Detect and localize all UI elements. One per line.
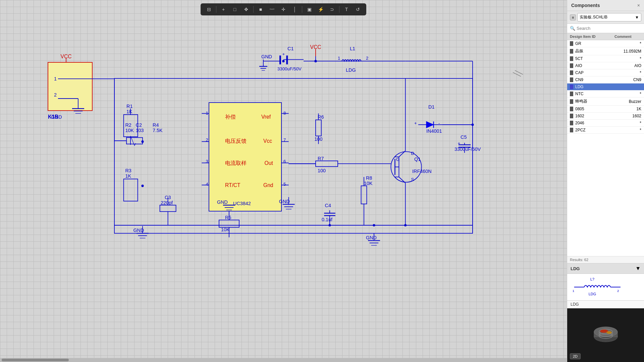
component-id-label: 晶振 [575,48,614,54]
toolbar-highlight-btn[interactable]: ■ [256,5,265,14]
toolbar-filter-btn[interactable]: ⊟ [205,5,213,14]
component-color-indicator [570,114,573,118]
component-id-label: 5CT [575,56,614,61]
svg-point-173 [404,224,407,226]
svg-text:7.5K: 7.5K [153,128,163,133]
ldg-section-header[interactable]: LDG ▼ [567,263,644,274]
svg-text:C1: C1 [287,46,293,51]
list-item[interactable]: 晶振11.0592M [567,47,644,55]
list-item[interactable]: 蜂鸣器Buzzer [567,98,644,106]
svg-point-174 [141,140,144,143]
svg-text:Out: Out [265,160,273,166]
component-id-label: 2046 [575,121,614,125]
svg-text:Q1: Q1 [414,157,421,162]
component-comment-label: * [614,92,641,96]
list-item[interactable]: 16021602 [567,113,644,120]
list-item[interactable]: LDG [567,83,644,90]
component-color-indicator [570,121,573,125]
component-id-label: GR [575,41,614,46]
list-item[interactable]: 2046* [567,120,644,127]
svg-text:Vref: Vref [261,114,271,120]
component-comment-label: * [614,41,641,46]
component-id-label: 2PCZ [575,128,614,132]
component-list[interactable]: GR*晶振11.0592M5CT*AIOAIOCAP*CN9CN9LDGNTC*… [567,40,644,256]
scrollbar-thumb[interactable] [2,359,69,361]
svg-point-165 [314,60,317,62]
search-container: 🔍 [567,24,644,33]
svg-text:R5: R5 [225,215,231,220]
component-color-indicator [570,49,573,54]
schematic-diagram[interactable]: VCC 1 2 GND K1B VCC GND C1 3300uF/50V + [0,0,567,362]
toolbar-line-btn[interactable]: │ [290,5,299,14]
horizontal-scrollbar[interactable] [0,358,567,362]
schematic-canvas[interactable]: ⊟ + □ ✥ ■ 〰 ✛ │ ▣ ⚡ ⊃ T ↺ VCC 1 2 [0,0,567,362]
component-color-indicator [570,70,573,75]
svg-text:R7: R7 [318,156,324,161]
3d-preview-area: 2D [567,308,644,362]
svg-text:2: 2 [54,92,57,98]
ldg-component-label: LDG [567,301,644,308]
svg-text:IN4001: IN4001 [426,128,442,134]
toolbar-port-btn[interactable]: ⊃ [328,5,336,14]
component-comment-label: 1K [614,107,641,111]
svg-text:L1: L1 [350,46,355,51]
svg-text:5: 5 [283,182,286,187]
list-item[interactable]: AIOAIO [567,62,644,69]
svg-text:103: 103 [136,128,144,133]
library-selected-name: 实验板.SCHLIB [580,14,607,20]
toolbar-text-btn[interactable]: T [342,5,351,14]
toolbar-place-btn[interactable]: ✛ [279,5,288,14]
library-dropdown[interactable]: 实验板.SCHLIB ▼ [577,13,641,21]
results-count-label: Results: 62 [567,256,644,263]
list-item[interactable]: 08051K [567,106,644,113]
toolbar-undo-btn[interactable]: ↺ [354,5,362,14]
toolbar-power-btn[interactable]: ⚡ [316,5,325,14]
list-item[interactable]: CAP* [567,69,644,76]
svg-text:220pf: 220pf [161,200,173,205]
ldg-expand-icon: ▼ [635,265,641,272]
panel-title: Components [571,3,600,8]
toolbar-separator3 [302,6,302,13]
list-item[interactable]: 5CT* [567,55,644,62]
list-item[interactable]: NTC* [567,90,644,98]
component-id-label: 蜂鸣器 [575,99,614,104]
svg-text:+: + [414,121,417,126]
svg-point-171 [328,224,331,226]
svg-line-47 [135,143,136,145]
library-filter-button[interactable]: ≡ [570,14,576,20]
2d-toggle-button[interactable]: 2D [570,353,581,359]
svg-text:1: 1 [338,56,340,61]
svg-text:Vcc: Vcc [263,138,272,144]
svg-text:R2: R2 [125,122,131,128]
toolbar-move-btn[interactable]: ✥ [242,5,251,14]
list-item[interactable]: GR* [567,40,644,47]
component-color-indicator [570,56,573,61]
component-color-indicator [570,92,573,96]
toolbar-rect-btn[interactable]: □ [230,5,239,14]
svg-rect-103 [361,186,367,204]
component-comment-label: AIO [614,63,641,68]
toolbar-bus-btn[interactable]: ▣ [305,5,314,14]
svg-text:R1: R1 [126,104,132,109]
svg-point-192 [606,331,612,334]
list-item[interactable]: 2PCZ* [567,127,644,134]
panel-close-button[interactable]: × [637,3,640,8]
toolbar-add-btn[interactable]: + [219,5,228,14]
svg-text:D1: D1 [428,104,434,110]
svg-text:K1B: K1B [48,114,58,120]
svg-line-120 [399,177,405,183]
svg-text:GND: GND [261,54,272,59]
svg-text:10K: 10K [221,227,230,232]
svg-text:10K: 10K [364,181,373,186]
component-id-label: AIO [575,63,614,68]
list-item[interactable]: CN9CN9 [567,76,644,83]
svg-rect-14 [114,78,473,233]
svg-point-164 [471,123,474,126]
panel-title-bar: Components × [567,0,644,11]
search-icon: 🔍 [570,26,575,31]
search-input[interactable] [577,26,641,31]
toolbar-wire-btn[interactable]: 〰 [268,5,276,14]
component-id-label: CN9 [575,77,614,82]
svg-text:R4: R4 [153,122,159,128]
ldg-symbol-preview: 1 2 L? LDG [567,274,644,301]
